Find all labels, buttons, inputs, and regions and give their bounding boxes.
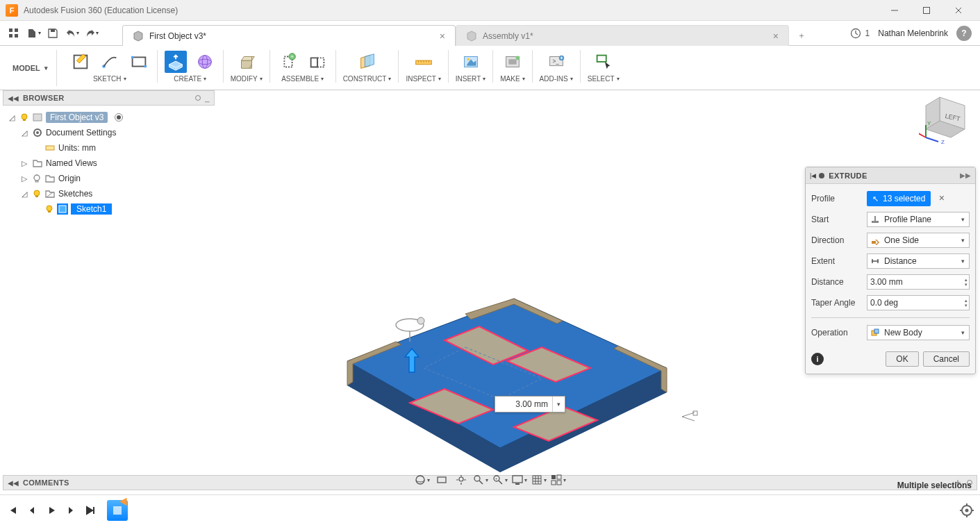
visibility-bulb-icon[interactable] bbox=[19, 112, 29, 122]
sphere-icon[interactable] bbox=[194, 51, 216, 73]
timeline-play-button[interactable] bbox=[44, 503, 58, 517]
joint-icon[interactable] bbox=[306, 51, 329, 73]
expand-handle[interactable]: ⎯ bbox=[205, 94, 210, 102]
ribbon-group-label[interactable]: CONSTRUCT▾ bbox=[343, 75, 392, 83]
ribbon-group-label[interactable]: ASSEMBLE▾ bbox=[281, 75, 324, 83]
expand-icon[interactable]: ▶▶ bbox=[960, 172, 971, 179]
minimize-button[interactable] bbox=[879, 0, 911, 21]
print-3d-icon[interactable] bbox=[501, 51, 524, 73]
tree-named-views[interactable]: ▷ Named Views bbox=[7, 156, 215, 171]
direction-select[interactable]: One Side▾ bbox=[867, 233, 970, 248]
twisty-closed-icon[interactable]: ▷ bbox=[19, 174, 29, 183]
tree-sketch1[interactable]: Sketch1 bbox=[7, 201, 215, 217]
zoom-button[interactable]: ▾ bbox=[472, 472, 490, 488]
tab-close-button[interactable]: × bbox=[770, 31, 781, 42]
timeline-settings-button[interactable] bbox=[959, 503, 974, 518]
tree-units[interactable]: Units: mm bbox=[7, 140, 215, 156]
timeline-end-button[interactable] bbox=[83, 503, 97, 517]
tab-assembly[interactable]: Assembly v1* × bbox=[456, 25, 789, 46]
tree-sketches[interactable]: ◿ Sketches bbox=[7, 186, 215, 201]
new-component-icon[interactable]: + bbox=[277, 51, 299, 73]
scripts-icon[interactable]: >_ bbox=[545, 51, 567, 73]
user-name[interactable]: Nathan Melenbrink bbox=[878, 28, 948, 38]
viewcube[interactable]: LEFT Z Y bbox=[919, 90, 974, 146]
display-settings-button[interactable]: ▾ bbox=[510, 472, 529, 488]
ribbon-group-label[interactable]: ADD-INS▾ bbox=[540, 75, 573, 83]
info-button[interactable]: i bbox=[811, 353, 824, 365]
tab-first-object[interactable]: First Object v3* × bbox=[122, 25, 456, 46]
press-pull-icon[interactable] bbox=[235, 51, 258, 73]
plane-icon[interactable] bbox=[356, 51, 379, 73]
fit-button[interactable]: +▾ bbox=[491, 472, 509, 488]
operation-select[interactable]: New Body▾ bbox=[867, 325, 970, 340]
dimension-value[interactable]: 3.00 mm bbox=[495, 399, 552, 409]
collapse-icon[interactable]: ◀◀ bbox=[8, 479, 19, 487]
collapse-all-icon[interactable]: |◀ bbox=[810, 172, 816, 179]
orbit-button[interactable]: ▾ bbox=[413, 472, 431, 488]
twisty-open-icon[interactable]: ◿ bbox=[7, 113, 17, 122]
spinner-icon[interactable]: ▴▾ bbox=[965, 277, 967, 287]
viewport-layout-button[interactable]: ▾ bbox=[549, 472, 567, 488]
new-sketch-icon[interactable] bbox=[69, 51, 92, 73]
save-button[interactable] bbox=[43, 24, 63, 43]
taper-input[interactable]: 0.0 deg ▴▾ bbox=[867, 295, 970, 310]
timeline-next-button[interactable] bbox=[64, 503, 78, 517]
ribbon-group-label[interactable]: INSERT▾ bbox=[456, 75, 486, 83]
start-select[interactable]: Profile Plane▾ bbox=[867, 212, 970, 227]
ribbon-group-label[interactable]: INSPECT▾ bbox=[406, 75, 440, 83]
insert-derive-icon[interactable] bbox=[460, 51, 482, 73]
line-icon[interactable] bbox=[99, 51, 121, 73]
distance-input[interactable]: 3.00 mm ▴▾ bbox=[867, 274, 970, 290]
ribbon-group-label[interactable]: SELECT▾ bbox=[588, 75, 620, 83]
help-button[interactable]: ? bbox=[956, 26, 972, 41]
maximize-button[interactable] bbox=[911, 0, 942, 21]
workspace-switcher[interactable]: MODEL▾ bbox=[4, 50, 57, 86]
clear-selection-button[interactable]: × bbox=[939, 192, 945, 203]
visibility-bulb-off-icon[interactable] bbox=[32, 174, 42, 183]
file-menu-button[interactable]: ▾ bbox=[24, 24, 43, 43]
look-at-button[interactable] bbox=[433, 472, 451, 488]
dimension-dropdown[interactable]: ▾ bbox=[552, 397, 565, 412]
data-panel-button[interactable] bbox=[4, 24, 24, 43]
extrude-icon[interactable] bbox=[165, 51, 187, 73]
cancel-button[interactable]: Cancel bbox=[923, 351, 970, 367]
svg-rect-30 bbox=[508, 59, 516, 65]
twisty-closed-icon[interactable]: ▷ bbox=[19, 159, 29, 168]
rectangle-icon[interactable] bbox=[128, 51, 150, 73]
dimension-input[interactable]: 3.00 mm ▾ bbox=[495, 396, 565, 412]
active-component-radio[interactable] bbox=[115, 113, 123, 122]
select-icon[interactable] bbox=[592, 51, 615, 73]
ribbon-group-label[interactable]: CREATE▾ bbox=[174, 75, 206, 83]
twisty-open-icon[interactable]: ◿ bbox=[19, 190, 29, 199]
timeline-prev-button[interactable] bbox=[25, 503, 39, 517]
twisty-open-icon[interactable]: ◿ bbox=[19, 128, 29, 138]
ribbon-group-label[interactable]: MODIFY▾ bbox=[231, 75, 263, 83]
visibility-bulb-icon[interactable] bbox=[44, 204, 54, 214]
redo-button[interactable]: ▾ bbox=[82, 24, 101, 43]
browser-header[interactable]: ◀◀ BROWSER ⎯ bbox=[3, 90, 215, 106]
measure-icon[interactable] bbox=[413, 51, 435, 73]
new-tab-button[interactable]: ＋ bbox=[792, 26, 811, 45]
timeline-start-button[interactable] bbox=[6, 503, 19, 517]
ribbon-group-label[interactable]: SKETCH▾ bbox=[93, 75, 126, 83]
grid-settings-button[interactable]: ▾ bbox=[530, 472, 548, 488]
settings-dot-icon[interactable] bbox=[195, 95, 201, 101]
pan-button[interactable] bbox=[452, 472, 470, 488]
visibility-bulb-icon[interactable] bbox=[32, 189, 42, 199]
ok-button[interactable]: OK bbox=[886, 351, 918, 367]
extrude-manipulator[interactable] bbox=[401, 347, 422, 377]
tab-close-button[interactable]: × bbox=[437, 31, 448, 42]
extrude-header[interactable]: |◀ EXTRUDE ▶▶ bbox=[806, 167, 975, 184]
tree-origin[interactable]: ▷ Origin bbox=[7, 171, 215, 186]
job-status[interactable]: 1 bbox=[850, 28, 870, 39]
close-button[interactable] bbox=[942, 0, 974, 21]
ribbon-group-label[interactable]: MAKE▾ bbox=[500, 75, 524, 83]
spinner-icon[interactable]: ▴▾ bbox=[965, 298, 967, 308]
extent-select[interactable]: Distance▾ bbox=[867, 253, 970, 269]
collapse-icon[interactable]: ◀◀ bbox=[8, 94, 19, 102]
timeline-sketch-feature[interactable] bbox=[107, 500, 128, 521]
profile-selection-chip[interactable]: ↖ 13 selected bbox=[867, 191, 931, 206]
tree-doc-settings[interactable]: ◿ Document Settings bbox=[7, 125, 215, 140]
undo-button[interactable]: ▾ bbox=[63, 24, 82, 43]
tree-root[interactable]: ◿ First Object v3 bbox=[7, 110, 215, 125]
